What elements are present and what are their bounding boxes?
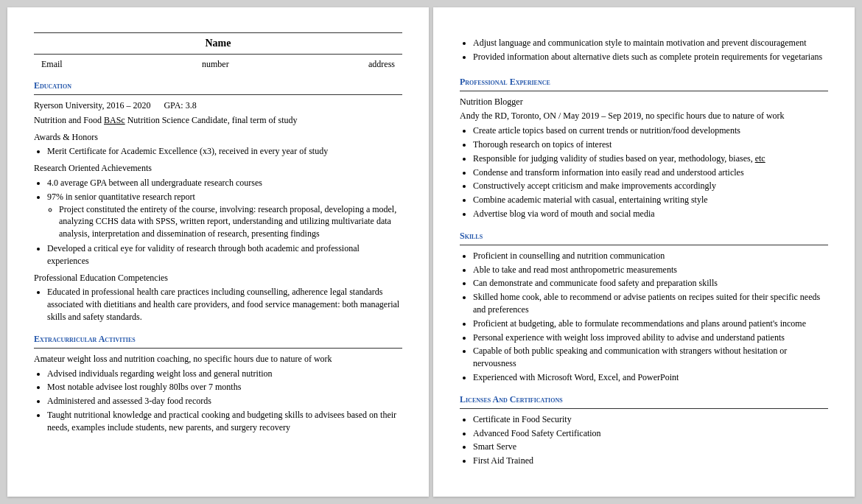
awards-list: Merit Certificate for Academic Excellenc… [47, 145, 402, 158]
pe-item-5: Combine academic material with casual, e… [473, 194, 828, 206]
research-item-1: 97% in senior quantitative research repo… [47, 191, 402, 240]
skill-item-3: Skilled home cook, able to recommend or … [473, 291, 828, 316]
contact-address: address [368, 59, 395, 70]
intro-list: Adjust language and communication style … [473, 37, 828, 63]
skill-item-1: Able to take and read most anthropometri… [473, 264, 828, 276]
etc-underline: etc [755, 153, 765, 164]
resume-header: Name Email number address [34, 32, 402, 70]
research-sublist: Project constituted the entirety of the … [59, 203, 402, 240]
extracurricular-section: Extracurricular Activities Amateur weigh… [34, 334, 402, 434]
page-2: Adjust language and communication style … [433, 7, 855, 497]
awards-title: Awards & Honors [34, 131, 402, 144]
skill-item-0: Proficient in counselling and nutrition … [473, 250, 828, 262]
pe-item-6: Advertise blog via word of mouth and soc… [473, 208, 828, 220]
research-sub-item-0: Project constituted the entirety of the … [59, 203, 402, 240]
licenses-list: Certificate in Food Security Advanced Fo… [473, 413, 828, 467]
extracurricular-item-2: Administered and assessed 3-day food rec… [47, 395, 402, 407]
licenses-section: Licenses and Certifications Certificate … [460, 394, 828, 467]
professional-experience-title: Professional Experience [460, 77, 828, 88]
skill-item-7: Experienced with Microsoft Word, Excel, … [473, 371, 828, 384]
skill-item-2: Can demonstrate and communicate food saf… [473, 277, 828, 290]
pe-item-4: Constructively accept criticism and make… [473, 180, 828, 192]
extracurricular-title: Extracurricular Activities [34, 334, 402, 345]
skill-item-5: Personal experience with weight loss imp… [473, 332, 828, 344]
pe-item-2: Responsible for judging validity of stud… [473, 153, 828, 165]
skill-item-4: Proficient at budgeting, able to formula… [473, 318, 828, 330]
pe-item-1: Thorough research on topics of interest [473, 139, 828, 151]
education-section: Education Ryerson University, 2016 – 202… [34, 80, 402, 323]
skills-title: Skills [460, 231, 828, 242]
research-title: Research Oriented Achievements [34, 162, 402, 175]
intro-item-1: Provided information about alternative d… [473, 51, 828, 63]
extracurricular-item-0: Advised individuals regarding weight los… [47, 368, 402, 380]
education-degree: Nutrition and Food BASc Nutrition Scienc… [34, 114, 402, 127]
licenses-title: Licenses and Certifications [460, 394, 828, 405]
license-item-3: First Aid Trained [473, 455, 828, 467]
extracurricular-list: Advised individuals regarding weight los… [47, 368, 402, 434]
license-item-0: Certificate in Food Security [473, 413, 828, 426]
page-1: Name Email number address Education Ryer… [7, 7, 429, 497]
education-university: Ryerson University, 2016 – 2020 GPA: 3.8 [34, 99, 402, 112]
contact-email: Email [41, 59, 63, 70]
degree-underline: BASc [104, 115, 125, 125]
competencies-title: Professional Education Competencies [34, 272, 402, 284]
header-contact: Email number address [34, 59, 402, 70]
skills-section: Skills Proficient in counselling and nut… [460, 231, 828, 384]
pages-container: Name Email number address Education Ryer… [7, 7, 855, 497]
skills-list: Proficient in counselling and nutrition … [473, 250, 828, 384]
license-item-2: Smart Serve [473, 441, 828, 453]
competencies-item-0: Educated in professional health care pra… [47, 286, 402, 323]
job-title: Nutrition Blogger [460, 96, 828, 108]
extracurricular-item-1: Most notable advisee lost roughly 80lbs … [47, 381, 402, 393]
pe-item-3: Condense and transform information into … [473, 167, 828, 179]
research-item-2: Developed a critical eye for validity of… [47, 242, 402, 267]
research-list: 4.0 average GPA between all undergraduat… [47, 177, 402, 267]
skill-item-6: Capable of both public speaking and comm… [473, 345, 828, 370]
pe-item-0: Create article topics based on current t… [473, 125, 828, 137]
extracurricular-description: Amateur weight loss and nutrition coachi… [34, 353, 402, 365]
resume-name: Name [34, 38, 402, 49]
license-item-1: Advanced Food Safety Certification [473, 427, 828, 440]
professional-experience-list: Create article topics based on current t… [473, 125, 828, 220]
contact-number: number [202, 59, 229, 70]
employer: Andy the RD, Toronto, ON / May 2019 – Se… [460, 110, 828, 122]
awards-item: Merit Certificate for Academic Excellenc… [47, 145, 402, 158]
competencies-list: Educated in professional health care pra… [47, 286, 402, 323]
research-item-0: 4.0 average GPA between all undergraduat… [47, 177, 402, 189]
education-title: Education [34, 80, 402, 91]
extracurricular-item-3: Taught nutritional knowledge and practic… [47, 409, 402, 434]
intro-item-0: Adjust language and communication style … [473, 37, 828, 49]
professional-experience-section: Professional Experience Nutrition Blogge… [460, 77, 828, 220]
